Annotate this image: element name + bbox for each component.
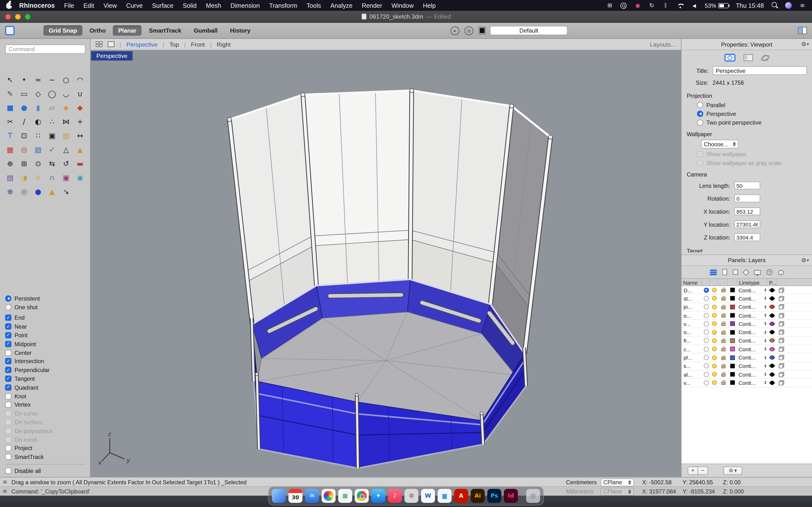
layer-name[interactable]: D...: [681, 287, 702, 293]
layer-linetype[interactable]: Conti...: [737, 354, 767, 361]
tool-icon[interactable]: +: [73, 114, 87, 128]
layer-color-swatch[interactable]: [730, 338, 735, 343]
tool-icon[interactable]: ▣: [45, 128, 59, 142]
dock-item[interactable]: [272, 489, 286, 503]
tool-icon[interactable]: ●: [17, 101, 31, 114]
layer-clip-icon[interactable]: [779, 380, 784, 385]
menu-status-icon[interactable]: G: [620, 2, 627, 9]
camera-field-input[interactable]: [734, 220, 760, 228]
units-label[interactable]: Millimeters: [566, 488, 593, 495]
tool-icon[interactable]: ⊕: [3, 156, 17, 170]
minimize-button[interactable]: [15, 14, 21, 19]
column-name[interactable]: Name: [681, 279, 702, 286]
layer-row[interactable]: s... Conti...: [681, 362, 812, 370]
layer-print-color[interactable]: [769, 288, 775, 292]
menu-status-icon[interactable]: ᛒ: [662, 2, 669, 9]
layer-name[interactable]: o...: [681, 329, 702, 335]
layer-name[interactable]: c...: [681, 346, 702, 352]
layer-color-swatch[interactable]: [730, 313, 735, 318]
osnap-checkbox-row[interactable]: On curve: [5, 409, 90, 418]
tool-icon[interactable]: ◎: [17, 142, 31, 156]
camera-field-input[interactable]: [734, 233, 760, 241]
record-history-button[interactable]: ▸: [451, 26, 459, 35]
tab-perspective[interactable]: Perspective: [126, 41, 158, 47]
layer-visibility-bulb-icon[interactable]: [712, 363, 717, 368]
layer-clip-icon[interactable]: [779, 304, 784, 309]
layer-lock-icon[interactable]: [721, 357, 725, 360]
command-input[interactable]: [5, 44, 85, 54]
osnap-checkbox-row[interactable]: Perpendicular: [5, 366, 90, 375]
current-layer-radio[interactable]: [704, 304, 709, 309]
current-layer-radio[interactable]: [704, 288, 709, 293]
current-layer-radio[interactable]: [704, 330, 709, 335]
layer-clip-icon[interactable]: [779, 355, 784, 360]
layer-linetype[interactable]: Conti...: [737, 295, 767, 301]
tool-icon[interactable]: ⊕: [3, 184, 17, 198]
menu-status-icon[interactable]: ≡: [799, 2, 806, 9]
current-layer-radio[interactable]: [704, 321, 709, 326]
camera-field-input[interactable]: [734, 207, 760, 215]
dock-item[interactable]: 30: [289, 489, 303, 503]
layer-visibility-bulb-icon[interactable]: [712, 305, 717, 309]
apple-menu-icon[interactable]: [6, 2, 12, 9]
camera-field-input[interactable]: [734, 194, 760, 202]
wallpaper-option[interactable]: Show wallpaper as gray scale: [681, 158, 812, 167]
tool-icon[interactable]: ✂: [3, 114, 17, 128]
objects-icon[interactable]: [733, 270, 738, 275]
current-layer-radio[interactable]: [704, 355, 709, 360]
menu-item[interactable]: Help: [423, 2, 436, 9]
layer-lock-icon[interactable]: [721, 298, 725, 301]
dock-item[interactable]: [322, 489, 336, 503]
tool-icon[interactable]: ◑: [17, 170, 31, 184]
tool-icon[interactable]: ⊞: [17, 156, 31, 170]
layer-lock-icon[interactable]: [721, 289, 725, 292]
layer-color-swatch[interactable]: [730, 363, 735, 368]
layer-visibility-bulb-icon[interactable]: [712, 321, 717, 326]
layer-row[interactable]: o... Conti...: [681, 312, 812, 320]
viewport-title-input[interactable]: [713, 66, 807, 75]
tool-icon[interactable]: ∴: [45, 114, 59, 128]
layer-row[interactable]: v... Conti...: [681, 320, 812, 328]
dock-item[interactable]: ▆: [438, 489, 452, 503]
zoom-button[interactable]: [25, 14, 31, 19]
tool-icon[interactable]: ▱: [45, 101, 59, 114]
osnap-checkbox-row[interactable]: Knot: [5, 392, 90, 400]
tool-icon[interactable]: T: [3, 128, 17, 142]
layer-row[interactable]: c... Conti...: [681, 345, 812, 353]
menu-item[interactable]: Window: [392, 2, 413, 9]
current-layer-radio[interactable]: [704, 313, 709, 318]
tool-icon[interactable]: ⋈: [59, 114, 73, 128]
layer-print-color[interactable]: [769, 347, 775, 351]
layer-print-color[interactable]: [769, 322, 775, 326]
camera-tab-icon[interactable]: [724, 54, 735, 61]
layers-icon[interactable]: [710, 269, 717, 275]
tab-top[interactable]: Top: [169, 41, 179, 47]
hamburger-icon[interactable]: ≡: [3, 478, 7, 485]
layer-linetype[interactable]: Conti...: [737, 304, 767, 310]
mode-toggle-button[interactable]: Gumball: [189, 25, 222, 36]
menu-item[interactable]: Render: [362, 2, 382, 9]
layer-visibility-bulb-icon[interactable]: [712, 381, 717, 385]
projection-option[interactable]: Parallel: [681, 101, 812, 109]
column-linetype[interactable]: Linetype: [737, 279, 767, 286]
viewport-canvas[interactable]: Perspective: [91, 50, 681, 477]
menu-item[interactable]: Surface: [152, 2, 173, 9]
tool-icon[interactable]: △: [59, 142, 73, 156]
layers-gear-menu[interactable]: ⚙▾: [801, 257, 809, 264]
menu-item[interactable]: View: [103, 2, 117, 9]
layer-name[interactable]: st...: [681, 295, 702, 301]
current-layer-radio[interactable]: [704, 380, 709, 385]
column-print[interactable]: P...: [767, 279, 777, 286]
dock-item[interactable]: ✉: [305, 489, 319, 503]
layer-visibility-bulb-icon[interactable]: [712, 347, 717, 351]
mode-toggle-button[interactable]: History: [225, 25, 256, 36]
layer-name[interactable]: al...: [681, 371, 702, 378]
dock-item[interactable]: ♪: [388, 489, 402, 503]
layer-visibility-bulb-icon[interactable]: [712, 288, 717, 292]
hamburger-icon[interactable]: ≡: [3, 488, 7, 495]
viewport-tab-icon[interactable]: [744, 54, 753, 61]
menu-item[interactable]: Curve: [126, 2, 143, 9]
layer-color-swatch[interactable]: [730, 288, 735, 292]
layer-name[interactable]: v...: [681, 321, 702, 327]
layer-linetype[interactable]: Conti...: [737, 338, 767, 344]
